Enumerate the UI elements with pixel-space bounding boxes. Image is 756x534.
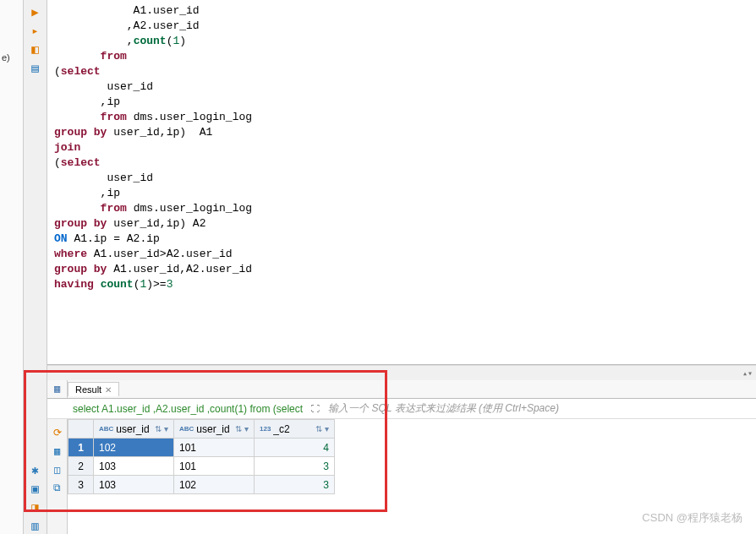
- table-cell[interactable]: 101: [174, 457, 255, 476]
- table-cell[interactable]: 3: [255, 476, 335, 494]
- close-icon[interactable]: ✕: [105, 385, 112, 395]
- play-icon[interactable]: ▶: [27, 3, 44, 20]
- filter-input[interactable]: 输入一个 SQL 表达式来过滤结果 (使用 Ctrl+Space): [323, 401, 756, 416]
- result-tab-label: Result: [75, 384, 101, 395]
- commit-icon[interactable]: ▣: [27, 480, 44, 497]
- table-row[interactable]: 11021014: [68, 439, 335, 457]
- table-cell[interactable]: 102: [174, 476, 255, 494]
- column-header[interactable]: ABCuser_id⇅ ▾: [174, 420, 255, 439]
- panels-icon[interactable]: ⧉: [51, 482, 64, 495]
- grid-view-icon[interactable]: ▦: [51, 444, 64, 458]
- table-row[interactable]: 21031013: [68, 457, 335, 476]
- column-header[interactable]: 123_c2⇅ ▾: [255, 420, 335, 439]
- panel-icon[interactable]: ▥: [27, 517, 44, 534]
- play-cursor-icon[interactable]: ▸: [27, 22, 44, 39]
- record-icon[interactable]: ◫: [51, 463, 64, 477]
- table-cell[interactable]: 4: [255, 439, 335, 457]
- table-cell[interactable]: 103: [94, 457, 174, 476]
- grid-icon: ▦: [54, 383, 60, 395]
- sql-preview: select A1.user_id ,A2.user_id ,count(1) …: [68, 403, 308, 415]
- explain-icon[interactable]: ▤: [27, 59, 44, 76]
- vertical-toolbar: ▶ ▸ ◧ ▤ ✱ ▣ ◨ ▥: [24, 0, 47, 534]
- editor-hscroll[interactable]: ▴▾: [47, 365, 756, 380]
- column-header[interactable]: ABCuser_id⇅ ▾: [94, 420, 174, 439]
- scroll-collapse-icon[interactable]: ▴▾: [742, 368, 753, 379]
- watermark: CSDN @程序猿老杨: [642, 510, 742, 526]
- result-table: ABCuser_id⇅ ▾ABCuser_id⇅ ▾123_c2⇅ ▾11021…: [68, 419, 335, 494]
- table-cell[interactable]: 103: [94, 476, 174, 494]
- side-hint: e): [0, 51, 23, 64]
- table-cell[interactable]: 102: [94, 439, 174, 457]
- table-row[interactable]: 31031023: [68, 476, 335, 494]
- expand-icon[interactable]: ⛶: [308, 404, 323, 414]
- table-cell[interactable]: 3: [255, 457, 335, 476]
- script-icon[interactable]: ◧: [27, 41, 44, 57]
- sql-editor[interactable]: A1.user_id ,A2.user_id ,count(1) from(se…: [47, 0, 756, 364]
- gear-icon[interactable]: ✱: [27, 461, 44, 478]
- rollback-icon[interactable]: ◨: [27, 499, 44, 515]
- table-cell[interactable]: 101: [174, 439, 255, 457]
- refresh-icon[interactable]: ⟳: [51, 426, 64, 439]
- result-tab[interactable]: Result ✕: [68, 382, 119, 396]
- result-gutter: ⟳ ▦ ◫ ⧉: [47, 419, 68, 534]
